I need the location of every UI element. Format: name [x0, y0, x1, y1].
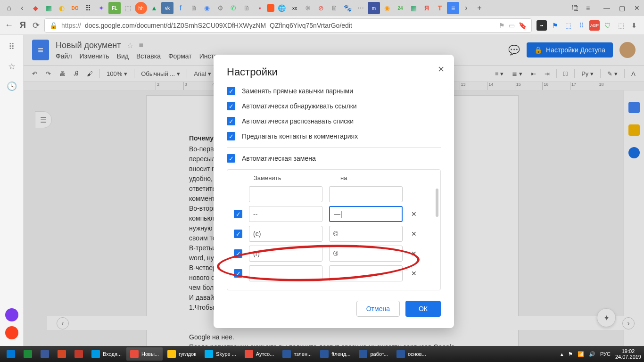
delete-row-icon[interactable]: ✕: [409, 210, 419, 218]
new-tab-icon[interactable]: +: [473, 2, 486, 14]
next-page-icon[interactable]: ›: [622, 317, 635, 329]
tab-favicon[interactable]: ✆: [227, 2, 239, 14]
menu-file[interactable]: Файл: [56, 52, 72, 60]
font-select[interactable]: Arial ▾: [192, 69, 213, 78]
taskbar-app[interactable]: [20, 347, 36, 361]
tab-home-icon[interactable]: ⌂: [3, 2, 15, 14]
yandex-icon[interactable]: Я: [20, 20, 26, 30]
share-button[interactable]: 🔒 Настройки Доступа: [527, 42, 613, 58]
delete-row-icon[interactable]: ✕: [409, 230, 419, 238]
tab-favicon[interactable]: T: [434, 2, 446, 14]
tab-favicon[interactable]: 🗎: [188, 2, 200, 14]
tab-favicon[interactable]: FL: [108, 2, 121, 14]
paint-format-icon[interactable]: 🖌: [85, 69, 95, 78]
replace-to-input[interactable]: [329, 246, 403, 262]
menu-icon[interactable]: ≡: [584, 4, 592, 12]
checkbox-icon[interactable]: ✓: [227, 102, 235, 110]
option-smart-quotes[interactable]: ✓ Заменять прямые кавычки парными: [227, 87, 441, 95]
tab-favicon[interactable]: ≡: [447, 2, 459, 14]
tab-favicon[interactable]: vk: [161, 2, 173, 14]
new-to-input[interactable]: [329, 186, 403, 202]
reader-icon[interactable]: ▭: [509, 22, 515, 29]
ext-icon[interactable]: ABP: [589, 20, 600, 31]
taskbar-app[interactable]: Аутсо...: [241, 347, 278, 361]
maximize-icon[interactable]: ▢: [618, 4, 626, 12]
taskbar-app[interactable]: Входя...: [88, 347, 125, 361]
indent-inc-icon[interactable]: ⇥: [543, 69, 552, 78]
editing-mode[interactable]: ✎ ▾: [605, 69, 619, 78]
tab-favicon[interactable]: hh: [135, 2, 147, 14]
tab-favicon[interactable]: ◆: [29, 2, 41, 14]
replace-to-input[interactable]: [329, 265, 403, 281]
cancel-button[interactable]: Отмена: [356, 301, 400, 317]
yandex-circle-icon[interactable]: [5, 326, 18, 339]
clear-format-icon[interactable]: 𝗧⃠: [561, 69, 570, 78]
taskbar-app[interactable]: ftленд...: [316, 347, 354, 361]
ext-icon[interactable]: ⬚: [616, 20, 626, 31]
tray-arrow-icon[interactable]: ▴: [561, 351, 563, 357]
tab-favicon[interactable]: ✦: [95, 2, 107, 14]
star-icon[interactable]: ☆: [127, 41, 133, 50]
minimize-icon[interactable]: —: [603, 4, 611, 12]
tray-clock[interactable]: 19:02 24.07.2019: [615, 348, 641, 360]
tab-favicon[interactable]: ▲: [148, 2, 160, 14]
taskbar-app[interactable]: [3, 347, 19, 361]
option-detect-lists[interactable]: ✓ Автоматически распознавать списки: [227, 117, 441, 125]
checkbox-icon[interactable]: ✓: [227, 87, 235, 95]
collapse-toolbar-icon[interactable]: ᐱ: [629, 69, 637, 78]
tab-favicon[interactable]: 24: [394, 2, 406, 14]
translate-icon[interactable]: ⚑: [499, 22, 505, 29]
print-icon[interactable]: 🖶: [58, 69, 67, 78]
replace-to-input[interactable]: [329, 206, 403, 222]
back-icon[interactable]: ←: [5, 20, 13, 30]
tab-favicon[interactable]: ⠿: [82, 2, 94, 14]
tab-favicon[interactable]: DO: [69, 2, 81, 14]
tray-flag-icon[interactable]: ⚑: [568, 351, 573, 357]
menu-edit[interactable]: Изменить: [79, 52, 109, 60]
replace-from-input[interactable]: [249, 265, 322, 281]
tab-favicon[interactable]: m: [368, 2, 380, 14]
ext-icon[interactable]: ⚑: [550, 20, 560, 31]
outline-toggle-icon[interactable]: ☰: [35, 111, 52, 128]
style-select[interactable]: Обычный ... ▾: [139, 69, 182, 78]
docs-logo-icon[interactable]: ≡: [32, 40, 49, 60]
favorite-icon[interactable]: ☆: [8, 61, 16, 72]
checkbox-icon[interactable]: ✓: [234, 269, 242, 278]
prev-page-icon[interactable]: ‹: [57, 317, 69, 329]
tab-favicon[interactable]: ⚙: [214, 2, 226, 14]
tabs-overview-icon[interactable]: ⿻: [571, 4, 580, 12]
zoom-select[interactable]: 100% ▾: [105, 69, 129, 78]
ext-icon[interactable]: ▪▪: [537, 20, 547, 31]
tab-favicon[interactable]: ▦: [42, 2, 55, 14]
replace-from-input[interactable]: [249, 246, 322, 262]
tab-favicon[interactable]: ⋯: [355, 2, 367, 14]
checkbox-icon[interactable]: ✓: [234, 230, 242, 238]
keep-icon[interactable]: [628, 124, 640, 136]
option-auto-substitution[interactable]: ✓ Автоматическая замена: [227, 154, 441, 163]
menu-view[interactable]: Вид: [117, 52, 129, 60]
tab-favicon[interactable]: 🗎: [240, 2, 253, 14]
tray-volume-icon[interactable]: 🔊: [589, 351, 595, 357]
close-icon[interactable]: ✕: [438, 64, 445, 74]
alice-icon[interactable]: [5, 308, 18, 321]
ext-icon[interactable]: 🛡: [603, 20, 613, 31]
close-window-icon[interactable]: ✕: [633, 4, 641, 12]
tab-favicon[interactable]: ⬚: [122, 2, 134, 14]
taskbar-app[interactable]: Новы...: [126, 347, 163, 361]
history-icon[interactable]: 🕓: [7, 81, 17, 91]
replace-to-input[interactable]: [329, 226, 403, 242]
tray-network-icon[interactable]: 📶: [578, 351, 584, 357]
tab-favicon[interactable]: 🐾: [341, 2, 354, 14]
checkbox-icon[interactable]: ✓: [227, 132, 235, 140]
comments-icon[interactable]: 💬: [508, 44, 520, 56]
replace-from-input[interactable]: [249, 226, 322, 242]
tab-favicon[interactable]: ◉: [201, 2, 213, 14]
explore-button[interactable]: ✦: [597, 308, 616, 327]
taskbar-app[interactable]: основ...: [393, 347, 430, 361]
tab-favicon[interactable]: ▪: [254, 2, 266, 14]
ext-icon[interactable]: ⠿: [576, 20, 586, 31]
tab-prev-icon[interactable]: ‹: [16, 2, 28, 14]
tab-favicon[interactable]: Я: [421, 2, 433, 14]
new-from-input[interactable]: [249, 186, 322, 202]
redo-icon[interactable]: ↷: [44, 69, 53, 78]
